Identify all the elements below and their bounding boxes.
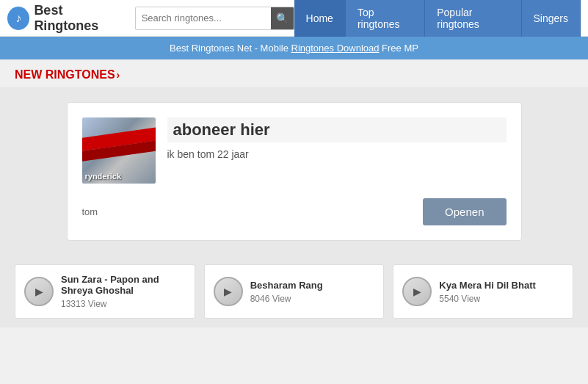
section-title: NEW RINGTONES› — [0, 59, 588, 87]
banner: Best Ringtones Net - Mobile Ringtones Do… — [0, 37, 588, 59]
main-nav: Home Top ringtones Popular ringtones Sin… — [294, 0, 581, 37]
ad-container: rynderick aboneer hier ik ben tom 22 jaa… — [0, 87, 588, 256]
nav-item-popular-ringtones[interactable]: Popular ringtones — [425, 0, 521, 37]
ringtone-name-2: Kya Mera Hi Dil Bhatt — [439, 280, 564, 291]
ad-card: rynderick aboneer hier ik ben tom 22 jaa… — [67, 102, 522, 241]
ringtone-info-1: Besharam Rang 8046 View — [250, 280, 375, 304]
banner-text-after: Free MP — [379, 43, 418, 54]
ringtone-name-0: Sun Zara - Papon and Shreya Ghoshal — [61, 274, 186, 296]
ad-author: tom — [82, 206, 98, 217]
ad-content: aboneer hier ik ben tom 22 jaar — [167, 117, 507, 160]
ad-thumbnail-inner: rynderick — [82, 117, 156, 184]
nav-item-top-ringtones[interactable]: Top ringtones — [346, 0, 425, 37]
ringtone-info-0: Sun Zara - Papon and Shreya Ghoshal 1331… — [61, 274, 186, 309]
logo-icon: ♪ — [7, 7, 29, 30]
logo-text: Best Ringtones — [34, 3, 126, 34]
search-input[interactable] — [136, 7, 271, 29]
play-button-0[interactable]: ▶ — [24, 277, 54, 306]
play-button-2[interactable]: ▶ — [402, 277, 432, 306]
ad-overlay-text: rynderick — [85, 172, 122, 181]
ringtone-views-2: 5540 View — [439, 294, 564, 304]
ringtone-card-0: ▶ Sun Zara - Papon and Shreya Ghoshal 13… — [15, 264, 195, 319]
ad-top: rynderick aboneer hier ik ben tom 22 jaa… — [82, 117, 507, 184]
ringtone-views-0: 13313 View — [61, 299, 186, 309]
ad-description: ik ben tom 22 jaar — [167, 148, 507, 160]
ringtone-card-2: ▶ Kya Mera Hi Dil Bhatt 5540 View — [393, 264, 573, 319]
header: ♪ Best Ringtones 🔍 Home Top ringtones Po… — [0, 0, 588, 37]
play-button-1[interactable]: ▶ — [214, 277, 243, 306]
ad-bottom: tom Openen — [82, 198, 507, 225]
ringtone-views-1: 8046 View — [250, 294, 375, 304]
nav-item-singers[interactable]: Singers — [522, 0, 581, 37]
ad-open-button[interactable]: Openen — [423, 198, 506, 225]
search-area: 🔍 — [135, 7, 294, 30]
nav-item-home[interactable]: Home — [294, 0, 346, 37]
ad-thumbnail: rynderick — [82, 117, 156, 184]
ringtone-card-1: ▶ Besharam Rang 8046 View — [204, 264, 385, 319]
ringtone-grid: ▶ Sun Zara - Papon and Shreya Ghoshal 13… — [0, 256, 588, 327]
ringtone-name-1: Besharam Rang — [250, 280, 375, 291]
banner-text-before: Best Ringtones Net - Mobile — [170, 43, 291, 54]
search-button[interactable]: 🔍 — [271, 7, 294, 29]
section-arrow: › — [117, 69, 120, 81]
ad-title: aboneer hier — [167, 117, 507, 142]
logo-area: ♪ Best Ringtones — [7, 3, 126, 34]
ringtone-info-2: Kya Mera Hi Dil Bhatt 5540 View — [439, 280, 564, 304]
banner-link[interactable]: Ringtones Download — [291, 43, 380, 54]
